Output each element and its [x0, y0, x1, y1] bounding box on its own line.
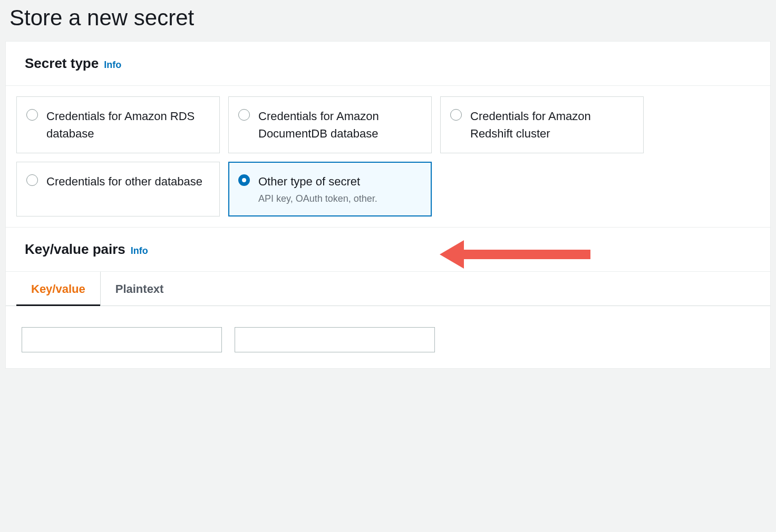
radio-label: Other type of secret — [258, 175, 360, 188]
radio-card-other-db[interactable]: Credentials for other database — [16, 162, 220, 216]
kv-tabs: Key/value Plaintext — [6, 272, 770, 306]
radio-card-other-secret[interactable]: Other type of secret API key, OAuth toke… — [228, 162, 432, 216]
secret-panel: Secret type Info Credentials for Amazon … — [5, 41, 771, 369]
secret-type-header: Secret type Info — [6, 42, 770, 86]
secret-type-options: Credentials for Amazon RDS database Cred… — [6, 86, 654, 227]
radio-card-rds[interactable]: Credentials for Amazon RDS database — [16, 96, 220, 153]
radio-label: Credentials for Amazon RDS database — [46, 110, 195, 140]
tab-key-value[interactable]: Key/value — [16, 272, 101, 306]
kv-value-input[interactable] — [235, 327, 435, 352]
key-value-header: Key/value pairs Info — [6, 227, 770, 272]
radio-label: Credentials for other database — [46, 175, 202, 188]
page-title: Store a new secret — [0, 0, 776, 41]
key-value-info-link[interactable]: Info — [131, 245, 148, 257]
radio-sublabel: API key, OAuth token, other. — [258, 192, 377, 205]
tab-plaintext[interactable]: Plaintext — [101, 272, 179, 306]
key-value-heading: Key/value pairs — [25, 241, 125, 258]
radio-icon — [26, 174, 38, 186]
radio-icon — [26, 109, 38, 121]
radio-icon — [238, 174, 250, 186]
radio-label: Credentials for Amazon DocumentDB databa… — [258, 110, 379, 140]
radio-card-documentdb[interactable]: Credentials for Amazon DocumentDB databa… — [228, 96, 432, 153]
kv-input-row — [6, 306, 770, 368]
radio-label: Credentials for Amazon Redshift cluster — [470, 110, 591, 140]
radio-icon — [238, 109, 250, 121]
secret-type-heading: Secret type — [25, 55, 99, 72]
kv-key-input[interactable] — [22, 327, 222, 352]
radio-icon — [450, 109, 462, 121]
secret-type-info-link[interactable]: Info — [104, 60, 121, 71]
radio-card-redshift[interactable]: Credentials for Amazon Redshift cluster — [440, 96, 644, 153]
